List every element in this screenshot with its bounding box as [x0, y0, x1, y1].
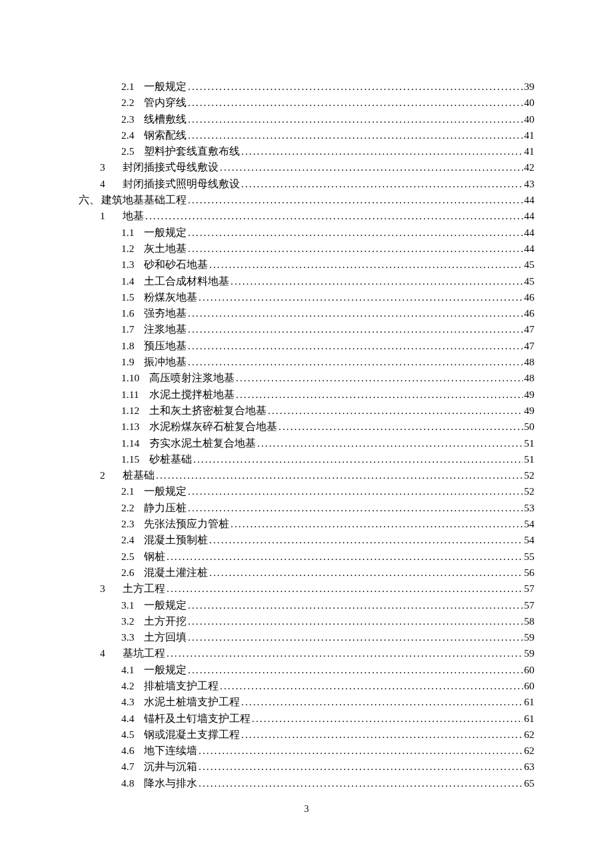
toc-entry: 1.11水泥土搅拌桩地基49 [79, 387, 534, 403]
toc-entry-number: 4.5 [121, 727, 144, 743]
toc-entry-number: 2.2 [121, 95, 144, 111]
toc-entry-title: 封闭插接式照明母线敷设 [123, 176, 240, 192]
toc-entry-title: 一般规定 [144, 662, 187, 678]
toc-entry-number: 4.6 [121, 743, 144, 759]
toc-entry: 4.4锚杆及土钉墙支护工程61 [79, 711, 534, 727]
toc-entry-number: 1.14 [121, 435, 149, 451]
toc-entry-page: 54 [524, 516, 535, 532]
toc-entry-number: 1.1 [121, 225, 144, 241]
toc-entry-page: 44 [524, 241, 535, 257]
toc-entry-page: 46 [524, 289, 535, 305]
toc-leader-dots [188, 662, 523, 678]
toc-entry: 1.1一般规定44 [79, 225, 534, 241]
toc-leader-dots [188, 354, 523, 370]
toc-entry-title: 静力压桩 [144, 500, 187, 516]
toc-entry-number: 4.7 [121, 759, 144, 775]
toc-entry-title: 一般规定 [144, 597, 187, 613]
toc-entry: 1.13水泥粉煤灰碎石桩复合地基50 [79, 419, 534, 435]
toc-entry-number: 1.8 [121, 338, 144, 354]
toc-entry-number: 1.5 [121, 289, 144, 305]
toc-entry-number: 4.3 [121, 694, 144, 710]
toc-entry-title: 一般规定 [144, 483, 187, 499]
toc-entry: 2.2静力压桩53 [79, 500, 534, 516]
toc-entry: 4.8降水与排水65 [79, 775, 534, 791]
toc-entry-number: 4.2 [121, 678, 144, 694]
toc-entry: 2.3先张法预应力管桩54 [79, 516, 534, 532]
toc-entry: 1.5粉煤灰地基46 [79, 289, 534, 305]
toc-entry-title: 土和灰土挤密桩复合地基 [149, 403, 267, 419]
toc-entry-page: 47 [524, 321, 535, 337]
toc-leader-dots [199, 759, 523, 775]
toc-entry-page: 53 [524, 500, 535, 516]
toc-entry-title: 沉井与沉箱 [144, 759, 197, 775]
toc-entry: 4.5钢或混凝土支撑工程62 [79, 727, 534, 743]
toc-leader-dots [257, 435, 523, 451]
toc-entry: 4.1一般规定60 [79, 662, 534, 678]
toc-entry: 1.8预压地基47 [79, 338, 534, 354]
toc-entry-page: 42 [524, 159, 535, 175]
toc-entry-number: 4.1 [121, 662, 144, 678]
toc-entry: 六、建筑地基基础工程44 [79, 192, 534, 208]
toc-leader-dots [231, 273, 523, 289]
toc-entry-title: 粉煤灰地基 [144, 289, 197, 305]
toc-entry-page: 49 [524, 403, 535, 419]
toc-entry-page: 54 [524, 532, 535, 548]
toc-entry-number: 1.12 [121, 403, 149, 419]
toc-entry-title: 水泥土桩墙支护工程 [144, 694, 240, 710]
toc-leader-dots [199, 775, 523, 791]
toc-leader-dots [209, 532, 523, 548]
toc-leader-dots [156, 467, 523, 483]
toc-entry-number: 4 [100, 176, 123, 192]
toc-entry-title: 地基 [123, 208, 144, 224]
toc-entry-title: 塑料护套线直敷布线 [144, 143, 240, 159]
toc-entry: 4.2排桩墙支护工程60 [79, 678, 534, 694]
toc-leader-dots [241, 176, 523, 192]
toc-leader-dots [188, 79, 523, 95]
toc-entry-title: 降水与排水 [144, 775, 197, 791]
toc-entry-title: 先张法预应力管桩 [144, 516, 229, 532]
toc-entry-number: 4.4 [121, 711, 144, 727]
toc-leader-dots [220, 159, 523, 175]
toc-entry-number: 3 [100, 581, 123, 597]
toc-leader-dots [188, 241, 523, 257]
toc-entry-number: 2 [100, 467, 123, 483]
toc-entry-title: 振冲地基 [144, 354, 187, 370]
toc-entry: 1.10高压喷射注浆地基48 [79, 370, 534, 386]
toc-leader-dots [167, 549, 523, 565]
toc-entry-number: 1.2 [121, 241, 144, 257]
toc-leader-dots [241, 727, 523, 743]
toc-leader-dots [252, 711, 523, 727]
toc-entry-title: 封闭插接式母线敷设 [123, 159, 219, 175]
toc-leader-dots [236, 370, 523, 386]
toc-entry-title: 土方回填 [144, 629, 187, 645]
toc-leader-dots [220, 678, 523, 694]
toc-leader-dots [231, 516, 523, 532]
toc-entry: 2.3线槽敷线40 [79, 111, 534, 127]
toc-entry: 2.1一般规定52 [79, 483, 534, 499]
toc-entry-title: 混凝土预制桩 [144, 532, 208, 548]
toc-entry-page: 44 [524, 192, 535, 208]
toc-entry: 1.7注浆地基47 [79, 321, 534, 337]
toc-entry-title: 砂和砂石地基 [144, 257, 208, 273]
toc-entry-title: 预压地基 [144, 338, 187, 354]
toc-entry: 3封闭插接式母线敷设42 [79, 159, 534, 175]
toc-entry: 2.1一般规定39 [79, 79, 534, 95]
toc-entry: 2.5钢桩55 [79, 549, 534, 565]
toc-entry-number: 1.9 [121, 354, 144, 370]
toc-leader-dots [167, 581, 523, 597]
toc-entry-page: 60 [524, 662, 535, 678]
toc-entry-title: 高压喷射注浆地基 [149, 370, 235, 386]
toc-leader-dots [188, 613, 523, 629]
toc-entry-number: 1.3 [121, 257, 144, 273]
toc-entry-page: 43 [524, 176, 535, 192]
toc-entry-page: 56 [524, 565, 535, 581]
toc-entry-title: 线槽敷线 [144, 111, 187, 127]
toc-entry: 4基坑工程59 [79, 645, 534, 661]
toc-leader-dots [199, 743, 523, 759]
toc-entry-title: 排桩墙支护工程 [144, 678, 219, 694]
toc-leader-dots [236, 387, 523, 403]
toc-leader-dots [209, 257, 523, 273]
toc-leader-dots [188, 225, 523, 241]
toc-entry-page: 63 [524, 759, 535, 775]
toc-entry: 1.4土工合成材料地基45 [79, 273, 534, 289]
